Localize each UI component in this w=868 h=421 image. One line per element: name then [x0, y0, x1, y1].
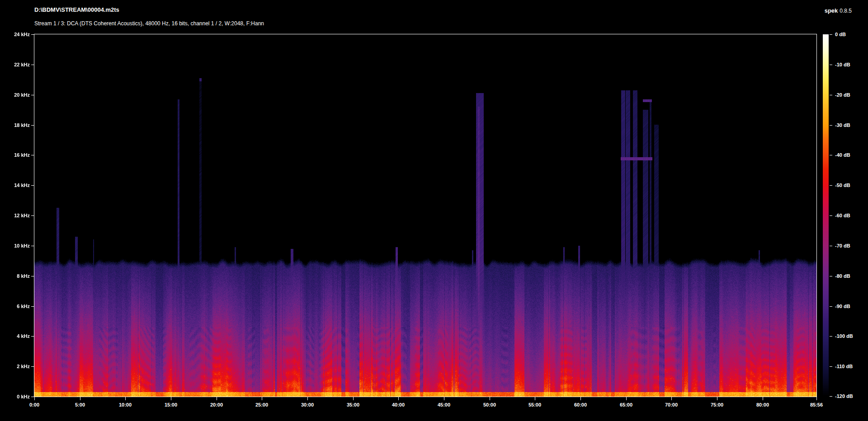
db-tick-label: -50 dB [835, 182, 850, 188]
time-tick-label: 0:00 [19, 402, 50, 408]
time-tick-label: 40:00 [382, 402, 414, 408]
db-tick-label: 0 dB [835, 31, 846, 37]
time-tick [816, 397, 817, 400]
time-tick [490, 397, 490, 400]
db-tick [830, 396, 832, 397]
db-tick [830, 34, 832, 35]
time-tick-label: 60:00 [565, 402, 596, 408]
db-tick-label: -110 dB [835, 363, 853, 370]
db-tick-label: -10 dB [835, 61, 850, 68]
freq-tick [31, 65, 34, 65]
time-tick-label: 10:00 [109, 402, 141, 408]
freq-tick-label: 20 kHz [3, 92, 30, 98]
db-tick [830, 366, 832, 367]
app-version: 0.8.5 [840, 8, 852, 14]
db-tick [830, 306, 832, 307]
time-tick-label: 35:00 [337, 402, 369, 408]
time-tick-label: 25:00 [246, 402, 278, 408]
db-tick-label: -40 dB [835, 152, 850, 158]
time-tick [444, 397, 444, 400]
spek-window: { "header": { "file_path": "D:\\BDMV\\ST… [0, 0, 868, 421]
time-tick [34, 397, 35, 400]
freq-tick [31, 95, 34, 95]
time-tick [580, 397, 581, 400]
freq-tick-label: 4 kHz [3, 333, 30, 339]
freq-tick-label: 0 kHz [3, 393, 30, 400]
time-tick-label: 50:00 [474, 402, 505, 408]
time-tick [353, 397, 354, 400]
app-brand: spek0.8.5 [825, 6, 852, 14]
freq-tick-label: 10 kHz [3, 243, 30, 249]
time-tick-label: 85:56 [801, 402, 832, 408]
db-tick [830, 276, 832, 276]
db-tick-label: -80 dB [835, 273, 850, 279]
stream-info: Stream 1 / 3: DCA (DTS Coherent Acoustic… [34, 20, 264, 27]
time-tick [171, 397, 171, 400]
freq-tick [31, 34, 34, 35]
db-tick-label: -60 dB [835, 212, 850, 219]
db-tick-label: -90 dB [835, 303, 850, 309]
time-tick [717, 397, 717, 400]
time-tick [671, 397, 672, 400]
time-tick-label: 80:00 [747, 402, 778, 408]
time-tick [262, 397, 262, 400]
freq-tick-label: 2 kHz [3, 363, 30, 370]
db-tick [830, 155, 832, 155]
time-tick-label: 45:00 [428, 402, 460, 408]
time-tick-label: 20:00 [201, 402, 232, 408]
time-tick [125, 397, 126, 400]
freq-tick-label: 22 kHz [3, 61, 30, 68]
time-tick-label: 5:00 [64, 402, 96, 408]
freq-tick [31, 155, 34, 155]
time-tick [535, 397, 535, 400]
db-tick [830, 185, 832, 186]
db-tick [830, 125, 832, 126]
db-tick [830, 215, 832, 216]
freq-tick [31, 276, 34, 276]
spectrogram-canvas [34, 34, 816, 397]
freq-tick [31, 366, 34, 367]
time-tick [398, 397, 399, 400]
db-tick [830, 95, 832, 95]
time-tick [763, 397, 763, 400]
time-tick-label: 55:00 [519, 402, 551, 408]
freq-tick [31, 185, 34, 186]
time-tick-label: 65:00 [610, 402, 642, 408]
freq-tick [31, 215, 34, 216]
app-name: spek [825, 7, 838, 14]
time-tick-label: 15:00 [155, 402, 187, 408]
freq-tick [31, 306, 34, 307]
freq-tick-label: 18 kHz [3, 122, 30, 128]
db-tick [830, 65, 832, 65]
freq-tick [31, 246, 34, 246]
freq-tick-label: 8 kHz [3, 273, 30, 279]
freq-tick [31, 336, 34, 337]
freq-tick-label: 16 kHz [3, 152, 30, 158]
freq-tick-label: 14 kHz [3, 182, 30, 188]
time-tick-label: 30:00 [292, 402, 323, 408]
db-tick [830, 336, 832, 337]
time-tick [217, 397, 217, 400]
time-tick [626, 397, 627, 400]
db-tick-label: -20 dB [835, 92, 850, 98]
file-path-title: D:\BDMV\STREAM\00004.m2ts [34, 6, 119, 13]
freq-tick-label: 12 kHz [3, 212, 30, 219]
freq-tick [31, 397, 34, 397]
db-tick-label: -120 dB [835, 393, 853, 399]
time-tick-label: 70:00 [656, 402, 687, 408]
time-tick-label: 75:00 [701, 402, 733, 408]
db-tick-label: -70 dB [835, 243, 850, 249]
db-tick-label: -30 dB [835, 122, 850, 128]
db-tick [830, 246, 832, 246]
legend-gradient-bar [823, 34, 829, 397]
time-tick [80, 397, 80, 400]
time-tick [307, 397, 308, 400]
freq-tick-label: 6 kHz [3, 303, 30, 309]
freq-tick-label: 24 kHz [3, 31, 30, 37]
db-tick-label: -100 dB [835, 333, 853, 339]
freq-tick [31, 125, 34, 126]
